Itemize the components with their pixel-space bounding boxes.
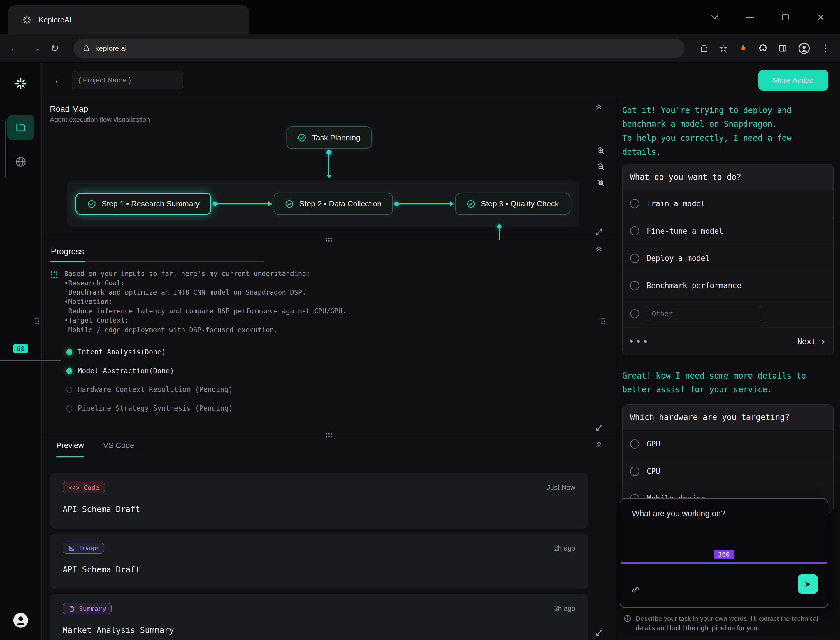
node-label: Task Planning bbox=[312, 133, 360, 142]
assistant-message: Great! Now I need some more details to b… bbox=[622, 369, 834, 397]
lock-icon bbox=[83, 45, 90, 52]
project-name-input[interactable] bbox=[72, 71, 183, 89]
option-benchmark[interactable]: Benchmark performance bbox=[622, 272, 833, 299]
window-chevron-icon[interactable] bbox=[709, 12, 720, 22]
next-button[interactable]: Next › bbox=[797, 337, 826, 346]
zoom-fit-icon[interactable] bbox=[596, 178, 605, 187]
window-close-button[interactable]: × bbox=[815, 12, 826, 22]
other-input[interactable] bbox=[647, 306, 761, 322]
checklist-item: Hardware Context Resolution (Pending) bbox=[66, 380, 233, 399]
project-header: ← More Action bbox=[42, 62, 840, 98]
option-label: Fine-tune a model bbox=[647, 227, 723, 235]
collapse-preview-icon[interactable] bbox=[595, 440, 603, 448]
artifact-card[interactable]: </> Code Just Now API Schema Draft bbox=[50, 473, 588, 529]
project-back-button[interactable]: ← bbox=[54, 74, 64, 86]
window-minimize-button[interactable] bbox=[745, 12, 755, 22]
step3-node[interactable]: Step 3 • Quality Check bbox=[455, 193, 570, 215]
workspace-row: Road Map Agent execution flow visualizat… bbox=[42, 98, 840, 640]
node-label: Step 2 • Data Collection bbox=[299, 199, 382, 208]
image-icon bbox=[68, 545, 75, 552]
check-circle-icon bbox=[466, 199, 475, 208]
progress-line: Based on your inputs so far, here's my c… bbox=[64, 269, 347, 278]
option-train-model[interactable]: Train a model bbox=[622, 190, 833, 218]
sidebar-item-explore[interactable] bbox=[7, 149, 34, 174]
badge-label: Summary bbox=[79, 605, 106, 612]
hint-text: Describe your task in your own words. I'… bbox=[636, 614, 834, 632]
grip-icon bbox=[34, 317, 40, 325]
check-circle-icon bbox=[87, 199, 96, 208]
more-action-button[interactable]: More Action bbox=[758, 70, 828, 91]
checklist-label: Intent Analysis(Done) bbox=[78, 348, 166, 356]
card-time: Just Now bbox=[547, 483, 575, 492]
progress-line: Reduce inference latency and compare DSP… bbox=[64, 306, 347, 316]
option-cpu[interactable]: CPU bbox=[622, 458, 833, 485]
back-button[interactable]: ← bbox=[10, 43, 20, 53]
task-planning-node[interactable]: Task Planning bbox=[286, 126, 371, 149]
attach-link-icon[interactable] bbox=[631, 585, 640, 595]
chat-input[interactable] bbox=[626, 502, 822, 555]
tab-preview[interactable]: Preview bbox=[56, 441, 84, 457]
radio-icon bbox=[630, 199, 639, 208]
address-bar[interactable]: keplore.ai bbox=[74, 39, 685, 58]
horizontal-splitter[interactable] bbox=[42, 240, 616, 240]
splitter-handle-right[interactable] bbox=[600, 316, 606, 327]
divider-line bbox=[0, 360, 61, 360]
main-column: Road Map Agent execution flow visualizat… bbox=[42, 98, 616, 640]
node-label: Step 3 • Quality Check bbox=[481, 199, 559, 208]
radio-icon bbox=[630, 254, 639, 263]
step1-node[interactable]: Step 1 • Research Summary bbox=[75, 193, 211, 215]
share-icon[interactable] bbox=[699, 43, 709, 53]
tab-vscode[interactable]: VS Code bbox=[103, 441, 134, 457]
reload-button[interactable]: ↻ bbox=[50, 43, 59, 53]
bookmark-star-icon[interactable]: ☆ bbox=[719, 43, 728, 54]
forward-button[interactable]: → bbox=[30, 43, 40, 53]
next-label: Next bbox=[797, 337, 816, 346]
app-shell: 68 ← More Action bbox=[0, 62, 840, 640]
option-label: GPU bbox=[647, 440, 660, 448]
status-dot-done bbox=[66, 368, 72, 374]
sidebar-toggle-icon[interactable] bbox=[778, 43, 787, 53]
splitter-handle-left[interactable] bbox=[34, 316, 40, 327]
window-maximize-button[interactable] bbox=[780, 12, 791, 22]
flame-extension-icon[interactable] bbox=[738, 43, 748, 53]
app-logo-icon bbox=[14, 77, 28, 91]
flow-connector bbox=[213, 201, 272, 206]
radio-icon bbox=[630, 440, 639, 448]
option-gpu[interactable]: GPU bbox=[622, 430, 833, 458]
expand-preview-icon[interactable] bbox=[595, 629, 603, 637]
expand-roadmap-icon[interactable] bbox=[595, 228, 603, 236]
status-dot-pending bbox=[66, 405, 72, 411]
window-controls: × bbox=[709, 0, 826, 34]
browser-profile-icon[interactable] bbox=[798, 42, 811, 55]
zoom-out-icon[interactable] bbox=[596, 162, 605, 171]
artifact-card[interactable]: Summary 3h ago Market Analysis Summary bbox=[50, 594, 588, 640]
zoom-in-icon[interactable] bbox=[596, 146, 605, 155]
option-other[interactable] bbox=[622, 299, 833, 328]
option-finetune-model[interactable]: Fine-tune a model bbox=[622, 218, 833, 245]
option-deploy-model[interactable]: Deploy a model bbox=[622, 245, 833, 272]
grip-icon bbox=[325, 432, 333, 438]
step2-node[interactable]: Step 2 • Data Collection bbox=[274, 193, 393, 215]
horizontal-splitter[interactable] bbox=[42, 435, 616, 435]
collapse-progress-icon[interactable] bbox=[595, 244, 603, 253]
keplore-logo-icon bbox=[22, 14, 32, 26]
tab-title: KeploreAI bbox=[38, 16, 71, 24]
extensions-icon[interactable] bbox=[758, 43, 768, 53]
card-time: 2h ago bbox=[554, 544, 575, 552]
browser-titlebar: KeploreAI × bbox=[0, 0, 840, 34]
send-button[interactable] bbox=[798, 574, 818, 594]
browser-tab[interactable]: KeploreAI bbox=[8, 5, 250, 34]
browser-menu-icon[interactable]: ⋮ bbox=[821, 43, 830, 54]
user-avatar[interactable] bbox=[13, 612, 29, 630]
radio-icon bbox=[630, 467, 639, 476]
send-icon bbox=[803, 580, 812, 589]
collapse-roadmap-icon[interactable] bbox=[595, 102, 603, 111]
question-card-hardware: Which hardware are you targeting? GPU CP… bbox=[622, 404, 834, 513]
flow-connector bbox=[394, 201, 453, 206]
expand-progress-icon[interactable] bbox=[595, 424, 603, 432]
sidebar-item-projects[interactable] bbox=[7, 115, 34, 140]
check-circle-icon bbox=[298, 133, 307, 142]
question-footer: Next › bbox=[622, 328, 833, 355]
artifact-card[interactable]: Image 2h ago API Schema Draft bbox=[50, 534, 588, 589]
flow-connector-down bbox=[326, 150, 332, 178]
